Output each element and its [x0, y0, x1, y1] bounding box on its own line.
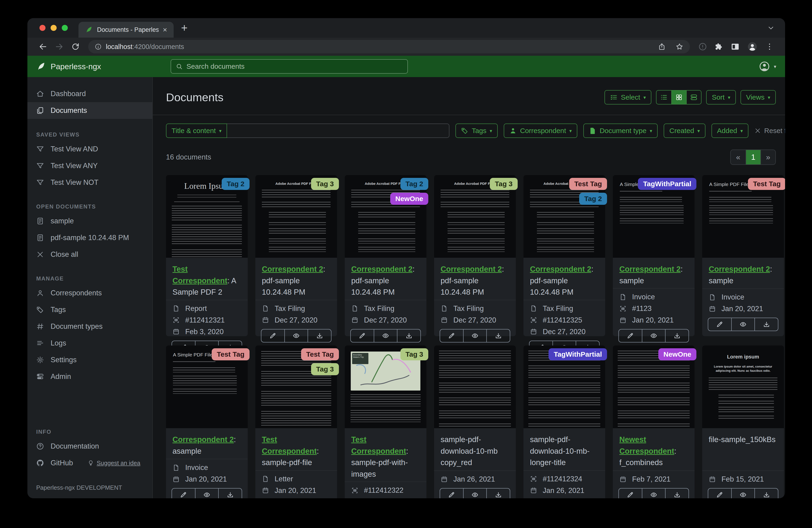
sidebar-item-dashboard[interactable]: Dashboard: [27, 85, 152, 102]
edit-button[interactable]: [619, 329, 642, 342]
created-filter-button[interactable]: Created▾: [664, 124, 705, 138]
correspondent-link[interactable]: Correspondent 2: [173, 435, 234, 444]
edit-button[interactable]: [440, 488, 463, 498]
bookmark-star-icon[interactable]: [676, 43, 683, 51]
edit-button[interactable]: [440, 329, 463, 342]
minimize-window-button[interactable]: [50, 25, 57, 31]
sidebar-item-admin[interactable]: Admin: [27, 368, 152, 385]
new-tab-button[interactable]: +: [181, 22, 188, 33]
document-card[interactable]: Adobe Acrobat PDF Files Tag 3 Correspond…: [255, 175, 337, 336]
view-detail-toggle[interactable]: [686, 90, 701, 104]
download-button[interactable]: [308, 329, 331, 342]
tag-badge[interactable]: Test Tag: [301, 348, 339, 360]
view-button[interactable]: [284, 329, 308, 342]
download-button[interactable]: [486, 488, 510, 498]
sidebar-link-suggest-an-idea[interactable]: Suggest an idea: [88, 459, 140, 467]
title-content-dropdown[interactable]: Title & content▾: [166, 124, 227, 138]
tag-badge[interactable]: TagWithPartial: [638, 178, 696, 190]
document-card[interactable]: A Simple PDF File Test Tag Correspondent…: [702, 175, 784, 336]
edit-button[interactable]: [708, 318, 731, 331]
document-thumbnail[interactable]: Test TagTag 3: [255, 345, 337, 428]
document-card[interactable]: sample-pdf-download-10-mb copy_red Jan 2…: [434, 345, 516, 498]
sidebar-item-correspondents[interactable]: Correspondents: [27, 285, 152, 301]
sort-button[interactable]: Sort▾: [706, 90, 736, 104]
sidebar-item-logs[interactable]: Logs: [27, 335, 152, 352]
view-button[interactable]: [731, 318, 755, 331]
tags-filter-button[interactable]: Tags▾: [455, 124, 498, 138]
document-card[interactable]: Adobe Acrobat PDF Files Tag 2NewOne Corr…: [345, 175, 426, 336]
tag-badge[interactable]: Test Tag: [212, 348, 249, 360]
document-thumbnail[interactable]: A Simple PDF File TagWithPartial: [613, 175, 695, 258]
share-icon[interactable]: [658, 43, 666, 51]
document-card[interactable]: Adobe Acrobat PDF Files Tag 3 Correspond…: [434, 175, 516, 336]
document-thumbnail[interactable]: Adobe Acrobat PDF Files Test TagTag 2: [523, 175, 605, 258]
menu-dots-icon[interactable]: [765, 42, 774, 51]
close-tab-icon[interactable]: ×: [163, 26, 167, 33]
sidebar-item-tags[interactable]: Tags: [27, 301, 152, 318]
view-button[interactable]: [463, 329, 487, 342]
user-menu[interactable]: ▾: [759, 61, 776, 72]
view-button[interactable]: [731, 488, 755, 498]
correspondent-link[interactable]: Test Correspondent: [173, 265, 228, 285]
document-thumbnail[interactable]: Adobe Acrobat PDF Files Tag 2NewOne: [345, 175, 426, 258]
correspondent-link[interactable]: Correspondent 2: [262, 265, 323, 273]
correspondent-link[interactable]: Correspondent 2: [530, 265, 591, 273]
search-input[interactable]: [186, 62, 403, 70]
reset-filters-button[interactable]: Reset filters: [754, 127, 785, 135]
prev-page-button[interactable]: «: [731, 150, 745, 165]
tag-badge[interactable]: Test Tag: [569, 178, 607, 190]
document-card[interactable]: TagWithPartial sample-pdf-download-10-mb…: [523, 345, 605, 498]
site-info-icon[interactable]: [95, 43, 102, 50]
reload-button[interactable]: [71, 42, 80, 51]
view-button[interactable]: [642, 488, 665, 498]
document-thumbnail[interactable]: [434, 345, 516, 428]
document-card[interactable]: NewOne Newest Correspondent: f_combineds…: [613, 345, 695, 498]
document-thumbnail[interactable]: Boundary Waters Trip Tag 3: [345, 345, 426, 428]
view-button[interactable]: [195, 488, 218, 498]
sidebar-item-test-view-and[interactable]: Test View AND: [27, 141, 152, 157]
download-button[interactable]: [665, 488, 688, 498]
document-card[interactable]: A Simple PDF File Test Tag Correspondent…: [166, 345, 248, 498]
view-button[interactable]: [374, 329, 397, 342]
document-card[interactable]: A Simple PDF File TagWithPartial Corresp…: [613, 175, 695, 336]
tag-badge[interactable]: Test Tag: [748, 178, 785, 190]
extensions-puzzle-icon[interactable]: [714, 42, 723, 51]
edit-button[interactable]: [351, 329, 374, 342]
view-button[interactable]: [463, 488, 487, 498]
edit-button[interactable]: [619, 488, 642, 498]
tag-badge[interactable]: NewOne: [390, 193, 428, 205]
sidebar-item-documentation[interactable]: Documentation: [27, 438, 152, 455]
tag-badge[interactable]: Tag 3: [401, 348, 428, 360]
document-thumbnail[interactable]: A Simple PDF File Test Tag: [702, 175, 784, 258]
tag-badge[interactable]: Tag 2: [579, 193, 607, 205]
tag-badge[interactable]: Tag 3: [311, 178, 339, 190]
view-button[interactable]: [642, 329, 665, 342]
correspondent-link[interactable]: Correspondent 2: [440, 265, 502, 273]
download-button[interactable]: [754, 318, 778, 331]
tag-badge[interactable]: NewOne: [658, 348, 696, 360]
document-card[interactable]: Test TagTag 3 Test Correspondent: sample…: [255, 345, 337, 498]
sidebar-item-sample[interactable]: sample: [27, 213, 152, 229]
view-list-toggle[interactable]: [656, 90, 671, 104]
document-thumbnail[interactable]: A Simple PDF File Test Tag: [166, 345, 248, 428]
profile-avatar[interactable]: [747, 41, 758, 52]
edit-button[interactable]: [172, 488, 195, 498]
url-bar[interactable]: localhost:4200/documents: [88, 40, 690, 53]
document-card[interactable]: Lorem ipsum Lorem ipsum dolor sit amet, …: [702, 345, 784, 498]
browser-tab[interactable]: Documents - Paperless-ngx ×: [78, 22, 174, 38]
sidebar-item-document-types[interactable]: Document types: [27, 318, 152, 335]
sidebar-item-documents[interactable]: Documents: [27, 102, 152, 119]
current-page-button[interactable]: 1: [745, 150, 760, 165]
next-page-button[interactable]: »: [760, 150, 775, 165]
document-card[interactable]: Adobe Acrobat PDF Files Test TagTag 2 Co…: [523, 175, 605, 336]
correspondent-link[interactable]: Newest Correspondent: [619, 435, 675, 455]
tag-badge[interactable]: Tag 3: [311, 363, 339, 375]
global-search[interactable]: [171, 59, 408, 74]
tab-search-chevron-icon[interactable]: [767, 24, 775, 32]
document-thumbnail[interactable]: Adobe Acrobat PDF Files Tag 3: [434, 175, 516, 258]
status-badge-icon[interactable]: [698, 42, 707, 51]
edit-button[interactable]: [708, 488, 731, 498]
document-thumbnail[interactable]: NewOne: [613, 345, 695, 428]
edit-button[interactable]: [261, 329, 284, 342]
document-thumbnail[interactable]: Lorem ipsum Lorem ipsum dolor sit amet, …: [702, 345, 784, 428]
